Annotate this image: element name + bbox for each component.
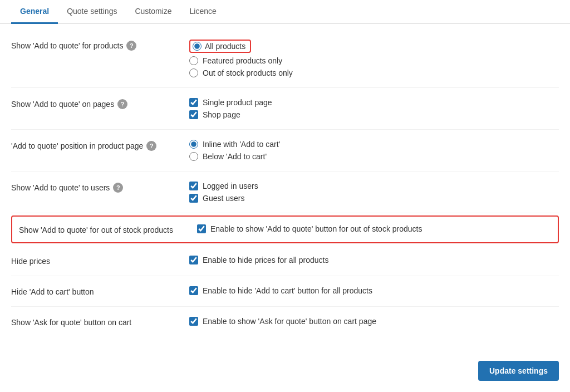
label-all-products: All products xyxy=(205,42,245,51)
label-guest-users: Guest users xyxy=(203,194,244,203)
label-show-ask-for-quote-cart: Show 'Ask for quote' button on cart xyxy=(11,318,131,327)
option-out-of-stock-products-radio: Out of stock products only xyxy=(189,68,559,77)
row-hide-prices: Hide prices Enable to hide prices for al… xyxy=(11,246,559,276)
row-show-add-to-quote-pages: Show 'Add to quote' on pages ? Single pr… xyxy=(11,88,559,130)
option-below-add-to-cart: Below 'Add to cart' xyxy=(189,152,559,161)
checkbox-enable-hide-prices[interactable] xyxy=(189,256,198,264)
label-show-add-to-quote-products: Show 'Add to quote' for products xyxy=(11,41,123,50)
checkbox-enable-out-of-stock[interactable] xyxy=(197,224,206,233)
label-inline-add-to-cart: Inline with 'Add to cart' xyxy=(203,140,280,149)
option-guest-users: Guest users xyxy=(189,194,559,203)
label-hide-prices: Hide prices xyxy=(11,257,50,266)
help-icon-position[interactable]: ? xyxy=(146,141,156,151)
label-out-of-stock-products: Out of stock products only xyxy=(203,68,293,77)
checkbox-enable-hide-cart[interactable] xyxy=(189,286,198,295)
controls-show-add-to-quote-users: Logged in users Guest users xyxy=(189,182,559,203)
label-featured-products: Featured products only xyxy=(203,56,282,65)
option-logged-in-users: Logged in users xyxy=(189,182,559,190)
label-show-add-to-quote-pages: Show 'Add to quote' on pages xyxy=(11,100,114,109)
controls-show-ask-for-quote-cart: Enable to show 'Ask for quote' button on… xyxy=(189,317,559,326)
row-show-ask-for-quote-cart: Show 'Ask for quote' button on cart Enab… xyxy=(11,307,559,337)
radio-inline-add-to-cart[interactable] xyxy=(189,140,198,149)
option-single-product-page: Single product page xyxy=(189,98,559,107)
label-enable-ask-for-quote-cart: Enable to show 'Ask for quote' button on… xyxy=(203,317,376,326)
row-add-to-quote-position: 'Add to quote' position in product page … xyxy=(11,130,559,171)
page-wrapper: General Quote settings Customize Licence… xyxy=(0,0,570,392)
checkbox-logged-in-users[interactable] xyxy=(189,182,198,190)
option-all-products: All products xyxy=(189,40,559,53)
label-enable-hide-prices: Enable to hide prices for all products xyxy=(203,256,328,264)
option-enable-out-of-stock: Enable to show 'Add to quote' button for… xyxy=(197,224,551,233)
checkbox-single-product-page[interactable] xyxy=(189,98,198,107)
label-enable-hide-cart: Enable to hide 'Add to cart' button for … xyxy=(203,286,372,295)
controls-hide-add-to-cart: Enable to hide 'Add to cart' button for … xyxy=(189,286,559,295)
checkbox-shop-page[interactable] xyxy=(189,110,198,119)
label-add-to-quote-position: 'Add to quote' position in product page xyxy=(11,141,143,150)
label-show-add-to-quote-out-of-stock: Show 'Add to quote' for out of stock pro… xyxy=(19,226,173,234)
option-shop-page: Shop page xyxy=(189,110,559,119)
help-icon-products[interactable]: ? xyxy=(126,41,136,51)
help-icon-pages[interactable]: ? xyxy=(117,99,127,109)
help-icon-users[interactable]: ? xyxy=(113,183,123,193)
settings-content: Show 'Add to quote' for products ? All p… xyxy=(0,24,570,342)
radio-out-of-stock-products[interactable] xyxy=(189,68,198,77)
option-enable-hide-prices: Enable to hide prices for all products xyxy=(189,256,559,264)
option-enable-hide-cart: Enable to hide 'Add to cart' button for … xyxy=(189,286,559,295)
row-hide-add-to-cart: Hide 'Add to cart' button Enable to hide… xyxy=(11,276,559,307)
checkbox-guest-users[interactable] xyxy=(189,194,198,203)
controls-show-add-to-quote-out-of-stock: Enable to show 'Add to quote' button for… xyxy=(197,224,551,233)
controls-show-add-to-quote-pages: Single product page Shop page xyxy=(189,98,559,119)
option-enable-ask-for-quote-cart: Enable to show 'Ask for quote' button on… xyxy=(189,317,559,326)
checkbox-enable-ask-for-quote-cart[interactable] xyxy=(189,317,198,326)
row-show-add-to-quote-products: Show 'Add to quote' for products ? All p… xyxy=(11,30,559,88)
row-show-add-to-quote-out-of-stock: Show 'Add to quote' for out of stock pro… xyxy=(11,215,559,243)
option-featured-products: Featured products only xyxy=(189,56,559,65)
label-single-product-page: Single product page xyxy=(203,98,272,107)
controls-hide-prices: Enable to hide prices for all products xyxy=(189,256,559,264)
radio-all-products[interactable] xyxy=(193,42,202,51)
option-inline-add-to-cart: Inline with 'Add to cart' xyxy=(189,140,559,149)
controls-add-to-quote-position: Inline with 'Add to cart' Below 'Add to … xyxy=(189,140,559,161)
tab-customize[interactable]: Customize xyxy=(126,0,180,24)
radio-below-add-to-cart[interactable] xyxy=(189,152,198,161)
label-enable-out-of-stock: Enable to show 'Add to quote' button for… xyxy=(210,224,422,233)
radio-featured-products[interactable] xyxy=(189,56,198,65)
label-logged-in-users: Logged in users xyxy=(203,182,258,190)
tabs-nav: General Quote settings Customize Licence xyxy=(0,0,570,24)
highlighted-all-products: All products xyxy=(189,40,251,53)
label-show-add-to-quote-users: Show 'Add to quote' to users xyxy=(11,183,110,192)
label-below-add-to-cart: Below 'Add to cart' xyxy=(203,152,267,161)
update-settings-button[interactable]: Update settings xyxy=(478,361,559,381)
row-show-add-to-quote-users: Show 'Add to quote' to users ? Logged in… xyxy=(11,171,559,213)
tab-general[interactable]: General xyxy=(11,0,58,24)
controls-show-add-to-quote-products: All products Featured products only Out … xyxy=(189,40,559,77)
label-hide-add-to-cart: Hide 'Add to cart' button xyxy=(11,287,94,296)
label-shop-page: Shop page xyxy=(203,110,240,119)
tab-licence[interactable]: Licence xyxy=(181,0,225,24)
tab-quote-settings[interactable]: Quote settings xyxy=(58,0,126,24)
